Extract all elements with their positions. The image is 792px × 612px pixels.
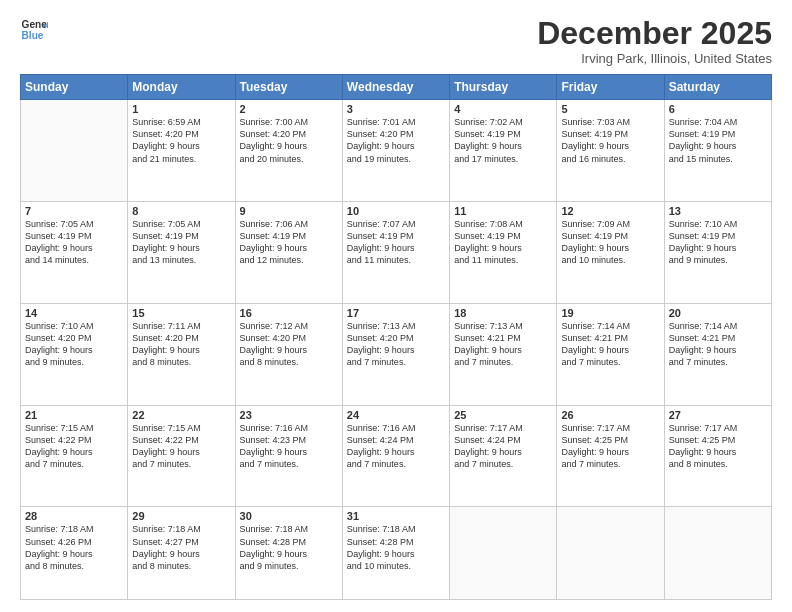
day-number: 13 xyxy=(669,205,767,217)
day-content: Sunrise: 7:06 AM Sunset: 4:19 PM Dayligh… xyxy=(240,218,338,267)
day-content: Sunrise: 7:07 AM Sunset: 4:19 PM Dayligh… xyxy=(347,218,445,267)
day-content: Sunrise: 7:02 AM Sunset: 4:19 PM Dayligh… xyxy=(454,116,552,165)
calendar-cell: 21Sunrise: 7:15 AM Sunset: 4:22 PM Dayli… xyxy=(21,405,128,507)
calendar-cell: 6Sunrise: 7:04 AM Sunset: 4:19 PM Daylig… xyxy=(664,100,771,202)
calendar-week-1: 1Sunrise: 6:59 AM Sunset: 4:20 PM Daylig… xyxy=(21,100,772,202)
day-content: Sunrise: 7:13 AM Sunset: 4:21 PM Dayligh… xyxy=(454,320,552,369)
calendar-cell: 30Sunrise: 7:18 AM Sunset: 4:28 PM Dayli… xyxy=(235,507,342,600)
calendar-week-4: 21Sunrise: 7:15 AM Sunset: 4:22 PM Dayli… xyxy=(21,405,772,507)
calendar-cell: 20Sunrise: 7:14 AM Sunset: 4:21 PM Dayli… xyxy=(664,303,771,405)
calendar-cell xyxy=(21,100,128,202)
day-number: 3 xyxy=(347,103,445,115)
calendar-cell: 26Sunrise: 7:17 AM Sunset: 4:25 PM Dayli… xyxy=(557,405,664,507)
title-block: December 2025 Irving Park, Illinois, Uni… xyxy=(537,16,772,66)
day-number: 23 xyxy=(240,409,338,421)
day-content: Sunrise: 7:14 AM Sunset: 4:21 PM Dayligh… xyxy=(561,320,659,369)
weekday-header-friday: Friday xyxy=(557,75,664,100)
day-number: 24 xyxy=(347,409,445,421)
day-number: 9 xyxy=(240,205,338,217)
day-content: Sunrise: 7:17 AM Sunset: 4:25 PM Dayligh… xyxy=(669,422,767,471)
month-title: December 2025 xyxy=(537,16,772,51)
day-content: Sunrise: 7:09 AM Sunset: 4:19 PM Dayligh… xyxy=(561,218,659,267)
calendar-cell: 3Sunrise: 7:01 AM Sunset: 4:20 PM Daylig… xyxy=(342,100,449,202)
calendar-cell: 15Sunrise: 7:11 AM Sunset: 4:20 PM Dayli… xyxy=(128,303,235,405)
calendar-cell: 2Sunrise: 7:00 AM Sunset: 4:20 PM Daylig… xyxy=(235,100,342,202)
day-content: Sunrise: 7:18 AM Sunset: 4:28 PM Dayligh… xyxy=(347,523,445,572)
calendar-cell xyxy=(664,507,771,600)
calendar-cell: 19Sunrise: 7:14 AM Sunset: 4:21 PM Dayli… xyxy=(557,303,664,405)
calendar-cell: 29Sunrise: 7:18 AM Sunset: 4:27 PM Dayli… xyxy=(128,507,235,600)
weekday-header-thursday: Thursday xyxy=(450,75,557,100)
day-number: 19 xyxy=(561,307,659,319)
weekday-header-tuesday: Tuesday xyxy=(235,75,342,100)
calendar-cell: 23Sunrise: 7:16 AM Sunset: 4:23 PM Dayli… xyxy=(235,405,342,507)
day-number: 22 xyxy=(132,409,230,421)
day-number: 1 xyxy=(132,103,230,115)
logo: General Blue xyxy=(20,16,48,44)
day-content: Sunrise: 7:13 AM Sunset: 4:20 PM Dayligh… xyxy=(347,320,445,369)
day-content: Sunrise: 7:08 AM Sunset: 4:19 PM Dayligh… xyxy=(454,218,552,267)
day-content: Sunrise: 7:10 AM Sunset: 4:19 PM Dayligh… xyxy=(669,218,767,267)
day-number: 12 xyxy=(561,205,659,217)
calendar-cell: 13Sunrise: 7:10 AM Sunset: 4:19 PM Dayli… xyxy=(664,202,771,304)
calendar-week-2: 7Sunrise: 7:05 AM Sunset: 4:19 PM Daylig… xyxy=(21,202,772,304)
day-content: Sunrise: 7:14 AM Sunset: 4:21 PM Dayligh… xyxy=(669,320,767,369)
day-content: Sunrise: 7:16 AM Sunset: 4:23 PM Dayligh… xyxy=(240,422,338,471)
calendar-cell: 17Sunrise: 7:13 AM Sunset: 4:20 PM Dayli… xyxy=(342,303,449,405)
day-number: 5 xyxy=(561,103,659,115)
calendar-cell: 11Sunrise: 7:08 AM Sunset: 4:19 PM Dayli… xyxy=(450,202,557,304)
location: Irving Park, Illinois, United States xyxy=(537,51,772,66)
day-number: 21 xyxy=(25,409,123,421)
calendar-cell xyxy=(450,507,557,600)
day-content: Sunrise: 7:00 AM Sunset: 4:20 PM Dayligh… xyxy=(240,116,338,165)
calendar-week-5: 28Sunrise: 7:18 AM Sunset: 4:26 PM Dayli… xyxy=(21,507,772,600)
day-content: Sunrise: 7:11 AM Sunset: 4:20 PM Dayligh… xyxy=(132,320,230,369)
day-number: 16 xyxy=(240,307,338,319)
svg-text:Blue: Blue xyxy=(22,30,44,41)
day-number: 15 xyxy=(132,307,230,319)
logo-icon: General Blue xyxy=(20,16,48,44)
weekday-header-row: SundayMondayTuesdayWednesdayThursdayFrid… xyxy=(21,75,772,100)
calendar-table: SundayMondayTuesdayWednesdayThursdayFrid… xyxy=(20,74,772,600)
day-content: Sunrise: 7:18 AM Sunset: 4:26 PM Dayligh… xyxy=(25,523,123,572)
day-number: 30 xyxy=(240,510,338,522)
day-number: 25 xyxy=(454,409,552,421)
day-number: 26 xyxy=(561,409,659,421)
calendar-cell: 24Sunrise: 7:16 AM Sunset: 4:24 PM Dayli… xyxy=(342,405,449,507)
weekday-header-wednesday: Wednesday xyxy=(342,75,449,100)
day-content: Sunrise: 7:12 AM Sunset: 4:20 PM Dayligh… xyxy=(240,320,338,369)
day-number: 6 xyxy=(669,103,767,115)
day-content: Sunrise: 7:15 AM Sunset: 4:22 PM Dayligh… xyxy=(132,422,230,471)
day-content: Sunrise: 7:18 AM Sunset: 4:27 PM Dayligh… xyxy=(132,523,230,572)
day-number: 2 xyxy=(240,103,338,115)
day-number: 7 xyxy=(25,205,123,217)
calendar-cell: 4Sunrise: 7:02 AM Sunset: 4:19 PM Daylig… xyxy=(450,100,557,202)
calendar-cell xyxy=(557,507,664,600)
day-number: 10 xyxy=(347,205,445,217)
day-content: Sunrise: 7:17 AM Sunset: 4:25 PM Dayligh… xyxy=(561,422,659,471)
day-number: 17 xyxy=(347,307,445,319)
calendar-cell: 16Sunrise: 7:12 AM Sunset: 4:20 PM Dayli… xyxy=(235,303,342,405)
day-content: Sunrise: 7:05 AM Sunset: 4:19 PM Dayligh… xyxy=(25,218,123,267)
day-content: Sunrise: 7:16 AM Sunset: 4:24 PM Dayligh… xyxy=(347,422,445,471)
calendar-cell: 14Sunrise: 7:10 AM Sunset: 4:20 PM Dayli… xyxy=(21,303,128,405)
day-content: Sunrise: 7:03 AM Sunset: 4:19 PM Dayligh… xyxy=(561,116,659,165)
header: General Blue December 2025 Irving Park, … xyxy=(20,16,772,66)
calendar-cell: 22Sunrise: 7:15 AM Sunset: 4:22 PM Dayli… xyxy=(128,405,235,507)
day-number: 18 xyxy=(454,307,552,319)
day-number: 14 xyxy=(25,307,123,319)
calendar-cell: 8Sunrise: 7:05 AM Sunset: 4:19 PM Daylig… xyxy=(128,202,235,304)
day-number: 28 xyxy=(25,510,123,522)
day-content: Sunrise: 7:17 AM Sunset: 4:24 PM Dayligh… xyxy=(454,422,552,471)
day-content: Sunrise: 6:59 AM Sunset: 4:20 PM Dayligh… xyxy=(132,116,230,165)
weekday-header-monday: Monday xyxy=(128,75,235,100)
calendar-week-3: 14Sunrise: 7:10 AM Sunset: 4:20 PM Dayli… xyxy=(21,303,772,405)
day-content: Sunrise: 7:10 AM Sunset: 4:20 PM Dayligh… xyxy=(25,320,123,369)
calendar-cell: 18Sunrise: 7:13 AM Sunset: 4:21 PM Dayli… xyxy=(450,303,557,405)
calendar-cell: 31Sunrise: 7:18 AM Sunset: 4:28 PM Dayli… xyxy=(342,507,449,600)
day-content: Sunrise: 7:15 AM Sunset: 4:22 PM Dayligh… xyxy=(25,422,123,471)
day-content: Sunrise: 7:04 AM Sunset: 4:19 PM Dayligh… xyxy=(669,116,767,165)
calendar-cell: 27Sunrise: 7:17 AM Sunset: 4:25 PM Dayli… xyxy=(664,405,771,507)
calendar-cell: 9Sunrise: 7:06 AM Sunset: 4:19 PM Daylig… xyxy=(235,202,342,304)
day-number: 31 xyxy=(347,510,445,522)
